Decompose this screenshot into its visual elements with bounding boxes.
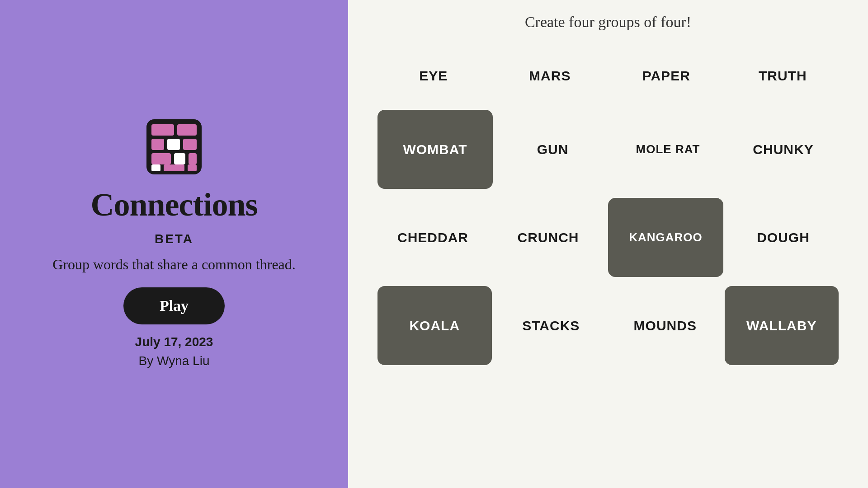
word-wombat[interactable]: WOMBAT: [377, 110, 493, 189]
svg-rect-9: [151, 164, 160, 171]
left-panel: Connections BETA Group words that share …: [0, 0, 348, 488]
word-koala[interactable]: KOALA: [377, 286, 492, 365]
right-panel: Create four groups of four! EYE MARS PAP…: [348, 0, 868, 488]
game-subtitle: Create four groups of four!: [375, 14, 841, 31]
author-text: By Wyna Liu: [135, 352, 213, 371]
word-row-2: WOMBAT GUN MOLE RAT CHUNKY: [375, 108, 841, 191]
beta-label: BETA: [155, 232, 193, 246]
word-wallaby[interactable]: WALLABY: [725, 286, 839, 365]
date-author-block: July 17, 2023 By Wyna Liu: [135, 333, 213, 371]
connections-logo: [145, 117, 203, 178]
svg-rect-11: [188, 164, 197, 171]
svg-rect-10: [164, 164, 184, 171]
word-mole-rat[interactable]: MOLE RAT: [610, 108, 726, 191]
word-row-1: EYE MARS PAPER TRUTH: [375, 49, 841, 103]
svg-rect-6: [151, 153, 171, 164]
svg-rect-1: [151, 124, 174, 136]
word-gun[interactable]: GUN: [495, 108, 610, 191]
word-dough[interactable]: DOUGH: [726, 196, 841, 279]
word-kangaroo[interactable]: KANGAROO: [608, 198, 723, 277]
word-crunch[interactable]: CRUNCH: [491, 196, 606, 279]
word-mounds[interactable]: MOUNDS: [608, 284, 722, 367]
tagline: Group words that share a common thread.: [52, 254, 296, 275]
app-title: Connections: [90, 186, 257, 224]
word-row-3: CHEDDAR CRUNCH KANGAROO DOUGH: [375, 196, 841, 279]
play-button[interactable]: Play: [123, 287, 225, 324]
date-text: July 17, 2023: [135, 333, 213, 352]
word-chunky[interactable]: CHUNKY: [726, 108, 841, 191]
svg-rect-3: [151, 139, 164, 150]
svg-rect-7: [174, 153, 185, 164]
svg-rect-8: [189, 153, 197, 164]
word-stacks[interactable]: STACKS: [494, 284, 609, 367]
word-truth[interactable]: TRUTH: [725, 49, 841, 103]
word-eye[interactable]: EYE: [375, 49, 492, 103]
svg-rect-5: [183, 139, 197, 150]
word-paper[interactable]: PAPER: [608, 49, 725, 103]
word-row-4: KOALA STACKS MOUNDS WALLABY: [375, 284, 841, 367]
svg-rect-4: [167, 139, 180, 150]
word-cheddar[interactable]: CHEDDAR: [375, 196, 491, 279]
word-mars[interactable]: MARS: [492, 49, 609, 103]
svg-rect-2: [177, 124, 197, 136]
